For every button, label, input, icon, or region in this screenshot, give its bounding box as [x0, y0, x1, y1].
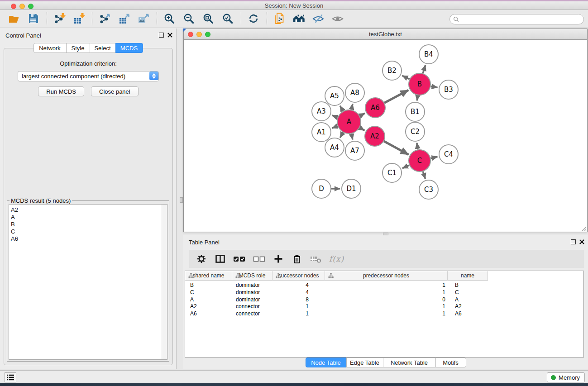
node-C4[interactable]: C4	[439, 145, 458, 164]
export-table-button[interactable]	[116, 11, 132, 27]
edge-B-B1[interactable]	[417, 95, 418, 101]
hide-panel-button[interactable]	[310, 11, 326, 27]
zoom-in-button[interactable]	[161, 11, 177, 27]
import-network-button[interactable]	[51, 11, 67, 27]
edge-A-A5[interactable]	[340, 106, 343, 111]
table-cell[interactable]: 8	[272, 296, 325, 304]
edge-A-A8[interactable]	[351, 104, 353, 110]
column-header-name[interactable]: name	[448, 271, 488, 281]
node-B1[interactable]: B1	[406, 102, 425, 121]
table-cell[interactable]: A6	[185, 310, 232, 318]
column-header-predecessor-nodes[interactable]: predecessor nodes	[325, 271, 448, 281]
show-panel-button[interactable]	[330, 11, 346, 27]
edge-A-A4[interactable]	[340, 133, 343, 138]
node-C1[interactable]: C1	[382, 163, 402, 182]
node-C2[interactable]: C2	[406, 122, 425, 141]
node-A7[interactable]: A7	[345, 141, 364, 160]
desktop-vscroll-thumb[interactable]	[180, 197, 183, 203]
edge-C-C2[interactable]	[417, 143, 418, 150]
node-A3[interactable]: A3	[312, 102, 331, 121]
table-cell[interactable]: A2	[185, 303, 232, 310]
node-A5[interactable]: A5	[325, 86, 344, 105]
close-panel-button[interactable]: Close panel	[91, 86, 139, 96]
task-history-button[interactable]	[5, 372, 16, 382]
zoom-out-button[interactable]	[181, 11, 197, 27]
edge-A-A3[interactable]	[332, 115, 337, 118]
settings-button[interactable]	[196, 253, 207, 265]
node-B4[interactable]: B4	[419, 45, 438, 64]
edge-B-B4[interactable]	[423, 65, 425, 73]
edge-A2-C[interactable]	[384, 141, 408, 155]
table-cell[interactable]: 1	[325, 289, 448, 296]
table-cell[interactable]: 1	[272, 310, 325, 318]
tab-mcds[interactable]: MCDS	[115, 43, 143, 53]
result-list-item[interactable]: B	[11, 221, 160, 228]
table-cell[interactable]: 1	[325, 282, 448, 289]
table-cell[interactable]: C	[185, 289, 232, 296]
edge-B-B3[interactable]	[431, 86, 438, 88]
search-box[interactable]	[449, 14, 584, 24]
edge-A6-B[interactable]	[384, 90, 408, 103]
home-button[interactable]	[291, 11, 307, 27]
node-B2[interactable]: B2	[382, 61, 402, 80]
search-input[interactable]	[459, 15, 583, 24]
memory-button[interactable]: Memory	[547, 372, 585, 382]
open-session-button[interactable]	[6, 11, 22, 27]
export-network-button[interactable]	[96, 11, 113, 27]
tab-node-table[interactable]: Node Table	[306, 357, 347, 367]
save-session-button[interactable]	[25, 11, 42, 27]
edge-A-A7[interactable]	[351, 133, 353, 139]
zoom-fit-button[interactable]	[200, 11, 216, 27]
column-header-shared-name[interactable]: shared name	[185, 271, 232, 281]
table-cell[interactable]: A	[185, 296, 232, 304]
table-cell[interactable]: 4	[272, 289, 325, 296]
edge-C-C3[interactable]	[423, 172, 425, 179]
close-table-panel-icon[interactable]	[579, 239, 584, 244]
tab-network[interactable]: Network	[33, 43, 67, 53]
table-cell[interactable]: A2	[448, 303, 488, 310]
delete-row-button[interactable]	[292, 253, 302, 265]
tab-select[interactable]: Select	[90, 43, 116, 53]
table-cell[interactable]: 1	[325, 310, 448, 318]
node-A6[interactable]: A6	[365, 98, 385, 118]
result-list-item[interactable]: C	[11, 228, 160, 235]
add-row-button[interactable]	[273, 253, 284, 265]
node-A1[interactable]: A1	[312, 123, 331, 142]
table-cell[interactable]: B	[185, 282, 232, 289]
table-cell[interactable]: connector	[232, 303, 272, 310]
node-B3[interactable]: B3	[439, 80, 458, 99]
node-D[interactable]: D	[312, 179, 331, 198]
edge-C-C1[interactable]	[402, 165, 409, 168]
select-stepper-icon[interactable]	[149, 71, 158, 80]
table-cell[interactable]: 0	[325, 296, 448, 304]
column-header-successor-nodes[interactable]: successor nodes	[272, 271, 325, 281]
float-table-panel-icon[interactable]	[571, 239, 576, 244]
tab-style[interactable]: Style	[66, 43, 90, 53]
result-list-item[interactable]: A6	[11, 235, 160, 243]
network-canvas[interactable]: B4B2BB3A8A5A6A3B1AA1C2A2A4A7C4CC1C3DD1	[184, 40, 587, 232]
tab-network-table[interactable]: Network Table	[383, 357, 436, 367]
node-A8[interactable]: A8	[345, 83, 364, 102]
node-C[interactable]: C	[409, 150, 430, 172]
criterion-select[interactable]: largest connected component (directed)	[18, 71, 159, 81]
table-cell[interactable]: connector	[232, 310, 272, 318]
node-B[interactable]: B	[409, 73, 430, 95]
refresh-button[interactable]	[245, 11, 262, 27]
node-D1[interactable]: D1	[342, 179, 361, 198]
tab-motifs[interactable]: Motifs	[435, 357, 466, 367]
edge-A-A6[interactable]	[360, 113, 365, 116]
float-panel-icon[interactable]	[159, 33, 164, 38]
table-cell[interactable]: 1	[325, 303, 448, 310]
run-mcds-button[interactable]: Run MCDS	[38, 86, 84, 96]
resize-grip-icon[interactable]	[580, 225, 587, 231]
table-cell[interactable]: C	[448, 289, 488, 296]
table-cell[interactable]: A	[448, 296, 488, 304]
import-table-button[interactable]	[71, 11, 87, 27]
table-cell[interactable]: dominator	[232, 296, 272, 304]
close-panel-icon[interactable]	[167, 33, 172, 38]
result-list-item[interactable]: A	[11, 214, 160, 221]
result-list-item[interactable]: A2	[11, 206, 160, 214]
table-cell[interactable]: dominator	[232, 282, 272, 289]
result-list-scrollbar[interactable]	[162, 205, 167, 359]
select-all-button[interactable]	[233, 253, 245, 265]
